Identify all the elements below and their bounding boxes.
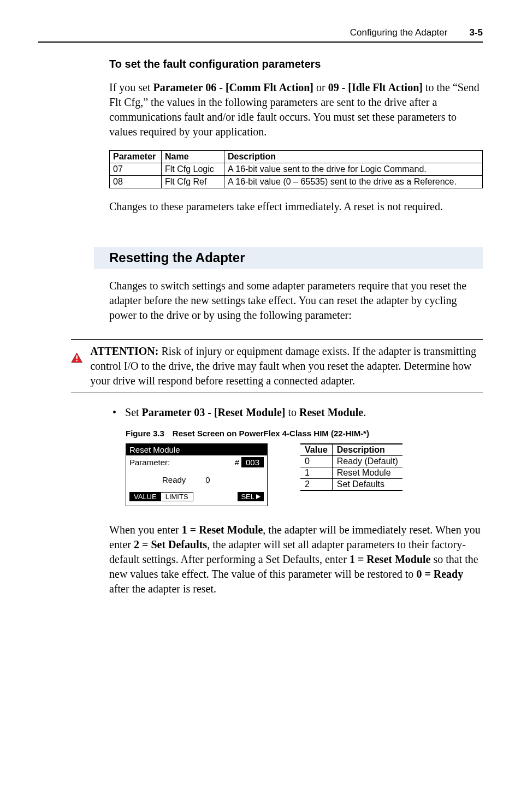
cell-desc: Reset Module: [332, 467, 402, 479]
cell-name: Flt Cfg Ref: [162, 176, 224, 188]
cell-param: 07: [110, 163, 162, 176]
paragraph-reset-explain: When you enter 1 = Reset Module, the ada…: [109, 523, 483, 596]
him-value-chip: VALUE: [129, 492, 161, 501]
th-name: Name: [162, 151, 224, 163]
paragraph-fault-config: If you set Parameter 06 - [Comm Flt Acti…: [109, 80, 483, 139]
text: or: [313, 81, 328, 93]
cell-desc: Ready (Default): [332, 456, 402, 467]
him-screen: Reset Module Parameter: # 003 Ready 0 VA…: [126, 443, 268, 506]
him-title: Reset Module: [126, 444, 267, 455]
header-rule: [38, 42, 483, 43]
him-sel-chip: SEL: [238, 492, 264, 501]
th-description: Description: [224, 151, 483, 163]
cell-desc: A 16-bit value (0 – 65535) sent to the d…: [224, 176, 483, 188]
him-hash: #: [235, 458, 239, 467]
cell-value: 1: [300, 467, 332, 479]
cell-value: 2: [300, 479, 332, 491]
paragraph-changes: Changes to these parameters take effect …: [109, 199, 483, 214]
bullet-dot: •: [113, 406, 116, 419]
him-param-label: Parameter:: [129, 458, 170, 467]
table-row: 1 Reset Module: [300, 467, 402, 479]
bold-0-ready: 0 = Ready: [416, 568, 463, 580]
bold-param09: 09 - [Idle Flt Action]: [328, 81, 423, 93]
triangle-right-icon: [256, 494, 260, 499]
section-heading-resetting: Resetting the Adapter: [94, 247, 483, 269]
text: When you enter: [109, 524, 182, 536]
header-section: Configuring the Adapter: [350, 27, 448, 38]
bullet-text: Set Parameter 03 - [Reset Module] to Res…: [125, 406, 366, 419]
header-page-number: 3-5: [469, 27, 483, 38]
him-sel-label: SEL: [241, 493, 254, 501]
attention-label: ATTENTION:: [90, 345, 158, 357]
text: after the adapter is reset.: [109, 583, 216, 595]
table-row: 08 Flt Cfg Ref A 16-bit value (0 – 65535…: [110, 176, 483, 188]
svg-rect-2: [76, 360, 77, 361]
him-limits-chip: LIMITS: [161, 492, 193, 501]
text: Set: [125, 406, 142, 418]
cell-param: 08: [110, 176, 162, 188]
bold-param03: Parameter 03 - [Reset Module]: [142, 406, 286, 418]
table-row: 0 Ready (Default): [300, 456, 402, 467]
cell-name: Flt Cfg Logic: [162, 163, 224, 176]
th-value: Value: [300, 444, 332, 456]
text: If you set: [109, 81, 153, 93]
subheading-fault-config: To set the fault configuration parameter…: [109, 58, 483, 70]
text: .: [363, 406, 366, 418]
table-row: 07 Flt Cfg Logic A 16-bit value sent to …: [110, 163, 483, 176]
cell-desc: Set Defaults: [332, 479, 402, 491]
attention-text: ATTENTION: Risk of injury or equipment d…: [90, 344, 483, 388]
text: to: [285, 406, 299, 418]
bullet-set-param03: • Set Parameter 03 - [Reset Module] to R…: [113, 406, 483, 419]
page-header: Configuring the Adapter 3-5: [38, 27, 483, 38]
value-description-table: Value Description 0 Ready (Default) 1 Re…: [300, 443, 402, 491]
bold-reset-module: Reset Module: [299, 406, 363, 418]
him-state: Ready: [162, 475, 186, 484]
him-value: 0: [205, 475, 210, 484]
bold-1-reset-again: 1 = Reset Module: [350, 553, 431, 565]
bold-1-reset: 1 = Reset Module: [182, 524, 263, 536]
attention-block: ATTENTION: Risk of injury or equipment d…: [71, 339, 483, 393]
him-param-id: 003: [241, 457, 264, 467]
figure-caption: Figure 3.3 Reset Screen on PowerFlex 4-C…: [126, 429, 483, 438]
cell-desc: A 16-bit value sent to the drive for Log…: [224, 163, 483, 176]
bold-2-defaults: 2 = Set Defaults: [134, 538, 207, 550]
him-footer-left: VALUE LIMITS: [129, 492, 193, 501]
svg-rect-1: [76, 355, 77, 359]
bold-param06: Parameter 06 - [Comm Flt Action]: [153, 81, 313, 93]
th-description: Description: [332, 444, 402, 456]
warning-icon: [71, 344, 82, 371]
paragraph-reset-intro: Changes to switch settings and some adap…: [109, 278, 483, 323]
th-parameter: Parameter: [110, 151, 162, 163]
parameter-table: Parameter Name Description 07 Flt Cfg Lo…: [109, 150, 483, 188]
cell-value: 0: [300, 456, 332, 467]
svg-marker-3: [256, 494, 260, 499]
table-row: 2 Set Defaults: [300, 479, 402, 491]
